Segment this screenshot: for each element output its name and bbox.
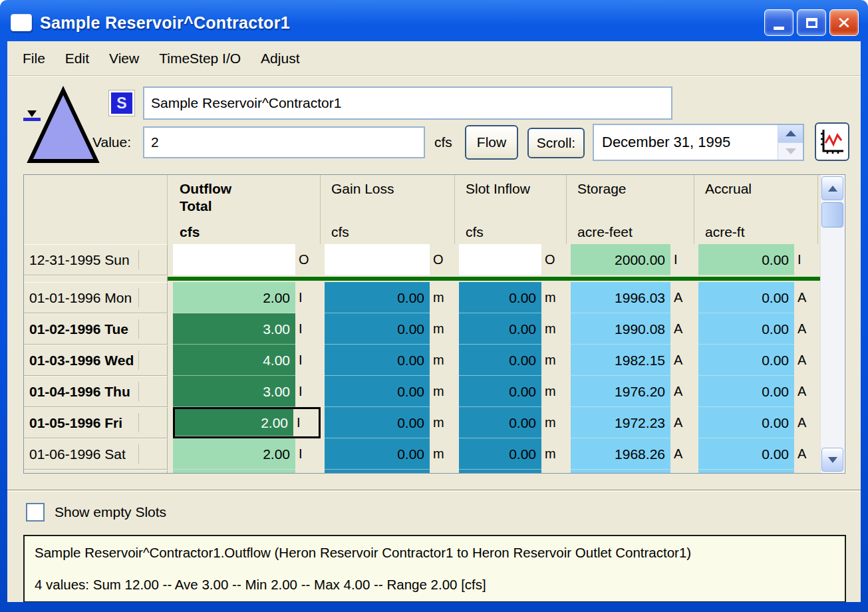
- flow-unit-button[interactable]: Flow: [465, 125, 518, 160]
- plot-button[interactable]: [815, 122, 849, 161]
- date-value[interactable]: December 31, 1995: [594, 125, 778, 160]
- menu-item-view[interactable]: View: [99, 45, 149, 73]
- cell-value[interactable]: 0.00: [325, 345, 430, 376]
- cell-value[interactable]: 1968.26: [571, 438, 670, 470]
- cell-value[interactable]: 1972.23: [571, 407, 670, 438]
- table-cell[interactable]: [698, 470, 818, 474]
- cell-value[interactable]: 3.00: [173, 313, 295, 345]
- table-cell[interactable]: 0.00m: [459, 313, 567, 345]
- cell-value[interactable]: 0.00: [698, 313, 794, 345]
- table-cell[interactable]: [173, 470, 321, 474]
- row-label[interactable]: 01-05-1996 Fri: [24, 407, 168, 438]
- table-cell-focused[interactable]: 2.00I: [173, 407, 321, 438]
- table-cell[interactable]: [571, 470, 694, 474]
- table-cell[interactable]: 0.00I: [698, 244, 818, 275]
- table-cell[interactable]: 0.00m: [459, 345, 567, 376]
- table-cell[interactable]: 0.00A: [698, 407, 818, 438]
- table-cell[interactable]: 0.00m: [325, 407, 455, 438]
- cell-value[interactable]: 0.00: [698, 345, 794, 376]
- cell-value[interactable]: 0.00: [698, 438, 794, 470]
- cell-value[interactable]: 0.00: [459, 438, 541, 470]
- row-label[interactable]: 01-03-1996 Wed: [24, 345, 168, 376]
- cell-value[interactable]: 0.00: [698, 407, 794, 438]
- show-empty-slots-checkbox[interactable]: [26, 503, 45, 522]
- scroll-up-button[interactable]: [821, 176, 843, 200]
- scrollbar-thumb[interactable]: [821, 202, 843, 228]
- cell-value[interactable]: 0.00: [459, 407, 541, 438]
- menu-item-file[interactable]: File: [13, 45, 55, 73]
- cell-value[interactable]: [325, 244, 430, 275]
- column-header-accrual[interactable]: Accrualacre-ft: [698, 175, 818, 244]
- cell-value[interactable]: [325, 470, 430, 474]
- cell-value[interactable]: 0.00: [459, 376, 541, 407]
- cell-value[interactable]: 2.00: [173, 438, 295, 470]
- date-spin-down-button[interactable]: [778, 143, 803, 160]
- cell-value[interactable]: 0.00: [325, 282, 430, 313]
- table-cell[interactable]: [459, 470, 567, 474]
- cell-value[interactable]: 0.00: [325, 313, 430, 345]
- row-label[interactable]: 01-01-1996 Mon: [24, 282, 168, 313]
- column-header-outflow[interactable]: Outflow Totalcfs: [173, 175, 321, 244]
- vertical-scrollbar[interactable]: [820, 176, 844, 472]
- table-cell[interactable]: 3.00I: [173, 313, 321, 345]
- cell-value[interactable]: [698, 470, 794, 474]
- table-cell[interactable]: 0.00m: [325, 376, 455, 407]
- table-cell[interactable]: 3.00I: [173, 376, 321, 407]
- table-cell[interactable]: 0.00m: [459, 438, 567, 470]
- table-cell[interactable]: 1968.26A: [571, 438, 694, 470]
- table-cell[interactable]: 1982.15A: [571, 345, 694, 376]
- cell-value[interactable]: 1982.15: [571, 345, 670, 376]
- cell-value[interactable]: 1976.20: [571, 376, 670, 407]
- table-cell[interactable]: 0.00m: [459, 407, 567, 438]
- table-cell[interactable]: [325, 470, 455, 474]
- cell-value[interactable]: 2.00: [175, 409, 293, 436]
- table-cell[interactable]: 4.00I: [173, 345, 321, 376]
- row-label[interactable]: 12-31-1995 Sun: [24, 244, 168, 275]
- table-cell[interactable]: 0.00m: [325, 313, 455, 345]
- cell-value[interactable]: 0.00: [459, 282, 541, 313]
- minimize-button[interactable]: [764, 9, 794, 36]
- cell-value[interactable]: [173, 470, 295, 474]
- row-label[interactable]: 01-04-1996 Thu: [24, 376, 168, 407]
- menu-item-adjust[interactable]: Adjust: [251, 45, 309, 73]
- table-cell[interactable]: 2.00I: [173, 438, 321, 470]
- slot-name-field[interactable]: Sample Reservoir^Contractor1: [143, 86, 672, 120]
- cell-value[interactable]: [459, 470, 541, 474]
- titlebar[interactable]: Sample Reservoir^Contractor1 ✕: [0, 0, 868, 41]
- cell-value[interactable]: 0.00: [459, 313, 541, 345]
- cell-value[interactable]: 1990.08: [571, 313, 670, 345]
- table-cell[interactable]: 0.00m: [459, 282, 567, 313]
- date-spin-up-button[interactable]: [778, 125, 803, 143]
- close-button[interactable]: ✕: [829, 9, 859, 36]
- cell-value[interactable]: 2.00: [173, 282, 295, 313]
- table-cell[interactable]: O: [459, 244, 567, 275]
- cell-value[interactable]: 4.00: [173, 345, 295, 376]
- table-cell[interactable]: 0.00m: [459, 376, 567, 407]
- table-cell[interactable]: 0.00m: [325, 438, 455, 470]
- table-cell[interactable]: 1990.08A: [571, 313, 694, 345]
- table-cell[interactable]: 0.00A: [698, 313, 818, 345]
- table-cell[interactable]: 0.00m: [325, 282, 455, 313]
- row-label[interactable]: 01-02-1996 Tue: [24, 313, 168, 345]
- table-cell[interactable]: 2000.00I: [571, 244, 694, 275]
- table-cell[interactable]: O: [173, 244, 321, 275]
- table-cell[interactable]: 1972.23A: [571, 407, 694, 438]
- cell-value[interactable]: 2000.00: [571, 244, 670, 275]
- cell-value[interactable]: 0.00: [459, 345, 541, 376]
- cell-value[interactable]: 1996.03: [571, 282, 670, 313]
- cell-value[interactable]: 0.00: [325, 438, 430, 470]
- table-cell[interactable]: 0.00m: [325, 345, 455, 376]
- scroll-button[interactable]: Scroll:: [527, 128, 585, 158]
- table-cell[interactable]: 0.00A: [698, 345, 818, 376]
- cell-value[interactable]: [459, 244, 541, 275]
- cell-value[interactable]: 0.00: [698, 376, 794, 407]
- table-cell[interactable]: 0.00A: [698, 376, 818, 407]
- cell-value[interactable]: 0.00: [325, 376, 430, 407]
- column-header-slot-inflow[interactable]: Slot Inflowcfs: [459, 175, 567, 244]
- cell-value[interactable]: 0.00: [698, 282, 794, 313]
- date-spinbox[interactable]: December 31, 1995: [593, 124, 804, 161]
- menu-item-timestep-i-o[interactable]: TimeStep I/O: [149, 45, 251, 73]
- table-cell[interactable]: 1976.20A: [571, 376, 694, 407]
- value-input[interactable]: 2: [143, 126, 425, 158]
- cell-value[interactable]: [571, 470, 670, 474]
